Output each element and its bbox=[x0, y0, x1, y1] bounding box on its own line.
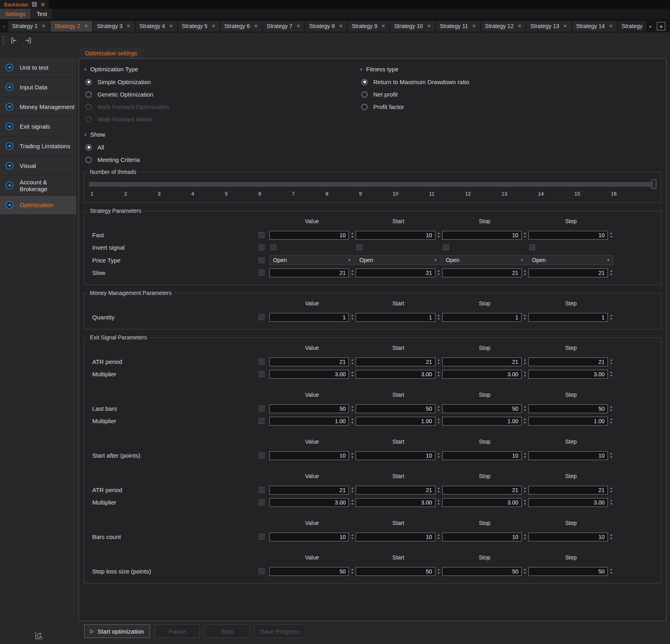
sidebar-item[interactable]: Exit signals bbox=[0, 117, 76, 136]
number-input[interactable]: 10 bbox=[356, 451, 435, 460]
spinner-arrows[interactable]: ▲▼ bbox=[523, 270, 527, 276]
spinner-arrows[interactable]: ▲▼ bbox=[609, 371, 613, 377]
spinner-arrows[interactable]: ▲▼ bbox=[350, 534, 354, 540]
sidebar-item[interactable]: Unit to test bbox=[0, 58, 76, 77]
dropdown-select[interactable]: Open ▼ bbox=[528, 255, 613, 265]
optimization-type-radio[interactable]: Simple Optimization bbox=[85, 79, 360, 85]
optimize-row-checkbox[interactable] bbox=[259, 257, 265, 263]
radio-icon[interactable] bbox=[85, 104, 92, 110]
close-tab-icon[interactable]: ✕ bbox=[84, 24, 88, 28]
section-header[interactable]: ▲ Optimization Type bbox=[84, 66, 360, 73]
number-input[interactable]: 1 bbox=[269, 313, 349, 322]
number-input[interactable]: 3.00 bbox=[528, 498, 608, 507]
slider-track[interactable] bbox=[89, 182, 656, 187]
close-tab-icon[interactable]: ✕ bbox=[42, 24, 46, 28]
optimize-row-checkbox[interactable] bbox=[259, 371, 265, 377]
radio-icon[interactable] bbox=[361, 91, 368, 98]
number-input[interactable]: 10 bbox=[269, 533, 349, 541]
optimize-row-checkbox[interactable] bbox=[259, 406, 265, 412]
spinner-arrows[interactable]: ▲▼ bbox=[350, 418, 354, 424]
number-input[interactable]: 50 bbox=[528, 404, 608, 413]
number-input[interactable]: 3.00 bbox=[528, 370, 608, 379]
spinner-arrows[interactable]: ▲▼ bbox=[523, 534, 527, 540]
show-radio[interactable]: Meeting Criteria bbox=[85, 156, 661, 163]
spinner-arrows[interactable]: ▲▼ bbox=[350, 270, 354, 276]
strategy-tab[interactable]: Strategy 4 ✕ bbox=[136, 21, 177, 32]
dropdown-select[interactable]: Open ▼ bbox=[269, 255, 354, 265]
spinner-arrows[interactable]: ▲▼ bbox=[350, 406, 354, 412]
optimize-row-checkbox[interactable] bbox=[259, 568, 265, 574]
number-input[interactable]: 3.00 bbox=[356, 498, 435, 507]
close-tab-icon[interactable]: ✕ bbox=[169, 24, 173, 28]
spinner-arrows[interactable]: ▲▼ bbox=[609, 270, 613, 276]
number-input[interactable]: 21 bbox=[442, 269, 522, 277]
spinner-arrows[interactable]: ▲▼ bbox=[437, 314, 441, 320]
optimize-row-checkbox[interactable] bbox=[259, 499, 265, 505]
sidebar-item[interactable]: Account & Brokerage bbox=[0, 176, 76, 195]
strategy-tab[interactable]: Strategy 12 ✕ bbox=[481, 21, 526, 32]
spinner-arrows[interactable]: ▲▼ bbox=[609, 499, 613, 505]
number-input[interactable]: 3.00 bbox=[442, 370, 522, 379]
number-input[interactable]: 50 bbox=[442, 404, 522, 413]
spinner-arrows[interactable]: ▲▼ bbox=[437, 371, 441, 377]
spinner-arrows[interactable]: ▲▼ bbox=[609, 534, 613, 540]
close-tab-icon[interactable]: ✕ bbox=[609, 24, 613, 28]
spinner-arrows[interactable]: ▲▼ bbox=[437, 270, 441, 276]
value-checkbox[interactable] bbox=[443, 244, 449, 250]
strategy-tab[interactable]: Strategy 8 ✕ bbox=[305, 21, 347, 32]
optimize-row-checkbox[interactable] bbox=[259, 534, 265, 540]
slider-handle[interactable] bbox=[652, 180, 656, 189]
radio-icon[interactable] bbox=[85, 157, 92, 163]
refresh-icon[interactable] bbox=[34, 631, 44, 642]
collapse-section-icon[interactable]: ▲ bbox=[360, 67, 363, 71]
number-input[interactable]: 1.00 bbox=[356, 417, 435, 426]
spinner-arrows[interactable]: ▲▼ bbox=[523, 359, 527, 365]
number-input[interactable]: 50 bbox=[356, 567, 435, 576]
number-input[interactable]: 21 bbox=[528, 357, 608, 366]
number-input[interactable]: 10 bbox=[356, 533, 435, 541]
strategy-tab-overflow[interactable]: Strategy bbox=[617, 21, 646, 32]
value-checkbox[interactable] bbox=[356, 244, 362, 250]
number-input[interactable]: 1.00 bbox=[442, 417, 522, 426]
strategy-tab[interactable]: Strategy 6 ✕ bbox=[220, 21, 262, 32]
section-header[interactable]: ▲ Fitness type bbox=[360, 66, 661, 73]
sidebar-item[interactable]: Input Data bbox=[0, 78, 76, 97]
number-input[interactable]: 50 bbox=[442, 567, 522, 576]
spinner-arrows[interactable]: ▲▼ bbox=[437, 359, 441, 365]
number-input[interactable]: 3.00 bbox=[269, 370, 349, 379]
strategy-tab[interactable]: Strategy 13 ✕ bbox=[526, 21, 571, 32]
optimize-row-checkbox[interactable] bbox=[259, 359, 265, 365]
spinner-arrows[interactable]: ▲▼ bbox=[350, 359, 354, 365]
close-tab-icon[interactable]: ✕ bbox=[254, 24, 258, 28]
number-input[interactable]: 10 bbox=[528, 451, 608, 460]
number-input[interactable]: 21 bbox=[442, 486, 522, 495]
spinner-arrows[interactable]: ▲▼ bbox=[523, 418, 527, 424]
sidebar-item[interactable]: Visual bbox=[0, 156, 76, 176]
spinner-arrows[interactable]: ▲▼ bbox=[437, 418, 441, 424]
spinner-arrows[interactable]: ▲▼ bbox=[609, 487, 613, 493]
close-tab-icon[interactable]: ✕ bbox=[296, 24, 300, 28]
number-input[interactable]: 1.00 bbox=[528, 417, 608, 426]
spinner-arrows[interactable]: ▲▼ bbox=[609, 232, 613, 238]
number-input[interactable]: 50 bbox=[528, 567, 608, 576]
spinner-arrows[interactable]: ▲▼ bbox=[350, 314, 354, 320]
number-input[interactable]: 10 bbox=[528, 533, 608, 541]
spinner-arrows[interactable]: ▲▼ bbox=[350, 371, 354, 377]
spinner-arrows[interactable]: ▲▼ bbox=[437, 406, 441, 412]
spinner-arrows[interactable]: ▲▼ bbox=[350, 499, 354, 505]
value-checkbox[interactable] bbox=[529, 244, 535, 250]
radio-icon[interactable] bbox=[85, 91, 92, 98]
tab-optimization-settings[interactable]: Optimization settings bbox=[80, 48, 142, 59]
optimize-row-checkbox[interactable] bbox=[259, 418, 265, 424]
dropdown-select[interactable]: Open ▼ bbox=[356, 255, 441, 265]
spinner-arrows[interactable]: ▲▼ bbox=[350, 568, 354, 574]
spinner-arrows[interactable]: ▲▼ bbox=[350, 232, 354, 238]
number-input[interactable]: 21 bbox=[528, 486, 608, 495]
spinner-arrows[interactable]: ▲▼ bbox=[609, 314, 613, 320]
number-input[interactable]: 10 bbox=[442, 533, 522, 541]
restore-window-icon[interactable] bbox=[32, 2, 37, 7]
spinner-arrows[interactable]: ▲▼ bbox=[523, 314, 527, 320]
close-tab-icon[interactable]: ✕ bbox=[563, 24, 567, 28]
dropdown-select[interactable]: Open ▼ bbox=[442, 255, 527, 265]
threads-slider[interactable] bbox=[89, 180, 656, 189]
